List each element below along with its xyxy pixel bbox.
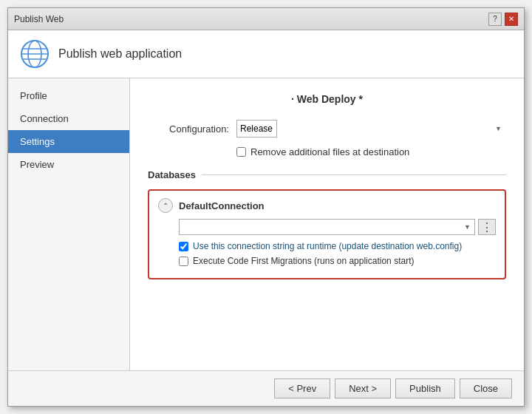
globe-icon — [20, 39, 50, 69]
use-connection-checkbox[interactable] — [179, 242, 188, 251]
sidebar-item-connection[interactable]: Connection — [8, 107, 129, 130]
use-connection-row: Use this connection string at runtime (u… — [179, 241, 496, 251]
title-bar: Publish Web ? ✕ — [8, 8, 524, 30]
configuration-row: Configuration: Release — [148, 120, 506, 138]
publish-web-dialog: Publish Web ? ✕ Publish web application … — [7, 7, 525, 407]
section-title: · Web Deploy * — [148, 93, 506, 105]
databases-divider — [202, 174, 506, 175]
dialog-close-button[interactable]: ✕ — [505, 13, 518, 26]
main-content: · Web Deploy * Configuration: Release Re… — [130, 78, 524, 370]
remove-files-checkbox[interactable] — [236, 147, 246, 157]
databases-section: Databases ⌃ DefaultConnection — [148, 169, 506, 279]
db-connection-name: DefaultConnection — [179, 200, 265, 211]
databases-title: Databases — [148, 169, 196, 180]
db-browse-button[interactable]: ⋮ — [478, 219, 496, 235]
configuration-label: Configuration: — [148, 123, 229, 135]
configuration-select[interactable]: Release — [236, 120, 277, 138]
close-button[interactable]: Close — [460, 379, 512, 398]
sidebar-item-profile[interactable]: Profile — [8, 84, 129, 107]
db-select-wrapper — [179, 219, 475, 235]
remove-files-label: Remove additional files at destination — [250, 146, 409, 157]
configuration-select-wrapper: Release — [236, 120, 506, 138]
remove-files-row: Remove additional files at destination — [236, 146, 506, 157]
next-button[interactable]: Next > — [335, 379, 391, 398]
databases-header: Databases — [148, 169, 506, 180]
prev-button[interactable]: < Prev — [274, 379, 330, 398]
use-connection-label: Use this connection string at runtime (u… — [193, 241, 462, 251]
default-connection-group: ⌃ DefaultConnection ⋮ — [148, 189, 506, 279]
db-group-header: ⌃ DefaultConnection — [158, 198, 496, 213]
dialog-title: Publish Web — [14, 14, 64, 24]
db-input-row: ⋮ — [179, 219, 496, 235]
dialog-header: Publish web application — [8, 30, 524, 78]
title-bar-buttons: ? ✕ — [488, 13, 518, 26]
db-connection-select[interactable] — [179, 219, 475, 235]
execute-migrations-label: Execute Code First Migrations (runs on a… — [193, 256, 414, 266]
footer: < Prev Next > Publish Close — [8, 370, 524, 406]
sidebar: Profile Connection Settings Preview — [8, 78, 130, 370]
header-title: Publish web application — [58, 47, 182, 61]
expand-icon[interactable]: ⌃ — [158, 198, 173, 213]
sidebar-item-settings[interactable]: Settings — [8, 130, 129, 153]
execute-migrations-checkbox[interactable] — [179, 257, 188, 266]
publish-button[interactable]: Publish — [395, 379, 455, 398]
content-area: Profile Connection Settings Preview · We… — [8, 78, 524, 370]
sidebar-item-preview[interactable]: Preview — [8, 153, 129, 176]
execute-migrations-row: Execute Code First Migrations (runs on a… — [179, 256, 496, 266]
help-button[interactable]: ? — [488, 13, 502, 26]
